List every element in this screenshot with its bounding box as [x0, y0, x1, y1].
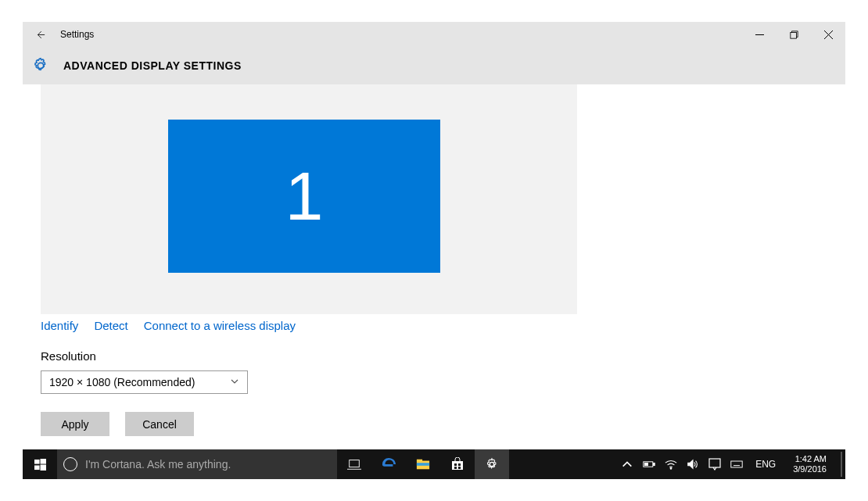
window-titlebar: Settings: [23, 22, 845, 47]
tray-action-center[interactable]: [707, 458, 723, 471]
svg-point-22: [670, 467, 672, 469]
chevron-down-icon: [230, 376, 239, 388]
cortana-icon: [63, 457, 77, 471]
window-title: Settings: [60, 29, 94, 40]
svg-rect-1: [790, 32, 796, 38]
task-view-button[interactable]: [337, 449, 371, 479]
minimize-button[interactable]: [742, 22, 777, 47]
keyboard-icon: [730, 458, 743, 471]
cortana-search[interactable]: I'm Cortana. Ask me anything.: [57, 449, 337, 479]
display-preview-panel: 1: [41, 84, 577, 314]
detect-link[interactable]: Detect: [94, 319, 127, 332]
svg-point-18: [490, 462, 493, 466]
chevron-up-icon: [621, 458, 633, 471]
task-view-icon: [347, 457, 361, 471]
tray-language[interactable]: ENG: [751, 459, 780, 470]
cancel-button[interactable]: Cancel: [125, 412, 194, 436]
svg-rect-11: [417, 460, 422, 462]
svg-rect-23: [709, 459, 720, 467]
action-buttons: Apply Cancel: [41, 412, 194, 436]
clock-date: 3/9/2016: [793, 464, 827, 474]
taskbar-app-edge[interactable]: [371, 449, 406, 479]
tray-volume[interactable]: [685, 458, 701, 471]
back-arrow-icon: [34, 29, 46, 41]
monitor-1[interactable]: 1: [168, 120, 440, 273]
svg-rect-16: [454, 467, 457, 469]
tray-clock[interactable]: 1:42 AM 3/9/2016: [787, 454, 833, 474]
svg-rect-17: [458, 467, 461, 469]
svg-rect-4: [34, 459, 40, 463]
minimize-icon: [755, 30, 764, 39]
identify-link[interactable]: Identify: [41, 319, 78, 332]
tray-overflow[interactable]: [619, 458, 635, 471]
notification-icon: [708, 458, 721, 471]
search-placeholder: I'm Cortana. Ask me anything.: [85, 458, 231, 471]
store-icon: [450, 457, 464, 471]
volume-icon: [687, 458, 699, 471]
svg-rect-12: [417, 463, 429, 466]
display-action-links: Identify Detect Connect to a wireless di…: [41, 319, 296, 332]
settings-gear-icon: [32, 57, 49, 74]
clock-time: 1:42 AM: [793, 454, 827, 464]
tray-keyboard[interactable]: [729, 458, 744, 471]
svg-rect-21: [645, 463, 648, 465]
maximize-button[interactable]: [777, 22, 811, 47]
edge-icon: [382, 457, 396, 471]
svg-rect-7: [40, 464, 46, 471]
wireless-link[interactable]: Connect to a wireless display: [144, 319, 296, 332]
svg-rect-8: [350, 460, 360, 467]
show-desktop-button[interactable]: [841, 452, 842, 477]
tray-wifi[interactable]: [663, 458, 679, 471]
maximize-icon: [790, 30, 798, 39]
folder-icon: [416, 457, 430, 471]
page-title: ADVANCED DISPLAY SETTINGS: [63, 59, 242, 72]
svg-rect-5: [40, 459, 46, 464]
resolution-label: Resolution: [41, 349, 96, 363]
svg-rect-20: [654, 463, 655, 465]
resolution-selected-value: 1920 × 1080 (Recommended): [49, 376, 195, 388]
apply-button[interactable]: Apply: [41, 412, 109, 436]
taskbar: I'm Cortana. Ask me anything. ENG 1:42 A…: [23, 449, 845, 479]
svg-rect-15: [458, 463, 461, 466]
close-icon: [824, 30, 833, 39]
svg-rect-6: [34, 465, 40, 470]
taskbar-app-settings[interactable]: [475, 449, 509, 479]
system-tray: ENG 1:42 AM 3/9/2016: [619, 449, 845, 479]
battery-icon: [643, 458, 655, 471]
svg-rect-13: [452, 461, 463, 470]
gear-icon: [485, 457, 499, 471]
tray-battery[interactable]: [641, 458, 657, 471]
resolution-select[interactable]: 1920 × 1080 (Recommended): [41, 370, 248, 394]
svg-rect-14: [454, 463, 457, 466]
wifi-icon: [665, 458, 677, 471]
close-button[interactable]: [811, 22, 845, 47]
start-button[interactable]: [23, 449, 57, 479]
taskbar-app-store[interactable]: [440, 449, 475, 479]
taskbar-app-explorer[interactable]: [406, 449, 440, 479]
page-header: ADVANCED DISPLAY SETTINGS: [23, 47, 845, 84]
taskbar-pinned-apps: [337, 449, 509, 479]
svg-rect-24: [731, 461, 742, 467]
windows-logo-icon: [34, 459, 46, 471]
monitor-number: 1: [285, 156, 324, 236]
back-button[interactable]: [23, 22, 57, 47]
